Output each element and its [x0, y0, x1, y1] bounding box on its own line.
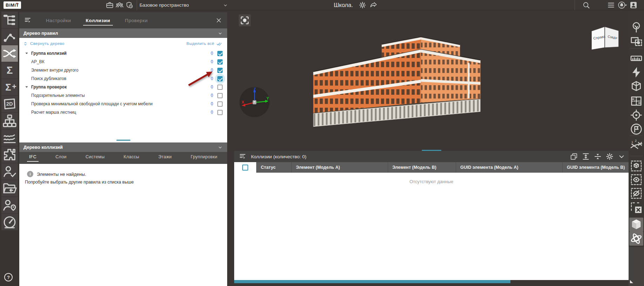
settings-gear-icon[interactable]	[605, 152, 615, 161]
rules-tree-filler	[19, 117, 227, 142]
app-logo[interactable]: BiMiT	[4, 1, 21, 9]
collision-tab-ifc[interactable]: IFC	[27, 152, 39, 162]
duplicate-icon[interactable]	[569, 152, 579, 161]
left-toolbar-charts-icon[interactable]	[1, 129, 18, 146]
rule-row[interactable]: Поиск дубликатов0	[19, 74, 227, 83]
rule-row[interactable]: АР_ВК0	[19, 58, 227, 66]
axis-y-label: Y	[266, 96, 269, 100]
list-icon[interactable]	[606, 1, 616, 9]
notifications-icon[interactable]	[617, 1, 628, 9]
search-icon[interactable]	[582, 1, 591, 9]
svg-text:+: +	[12, 82, 16, 91]
axis-gizmo[interactable]: Z Y X	[239, 86, 270, 118]
rules-tree-header[interactable]: Дерево правил	[19, 28, 227, 38]
briefcase-icon[interactable]	[105, 1, 114, 9]
collision-tab-слои[interactable]: Слои	[53, 152, 69, 161]
right-toolbar-view-cube-icon[interactable]	[629, 218, 643, 232]
viewport-canvas[interactable]: Справа Сзади Z Y X	[227, 10, 629, 286]
shield-clock-icon[interactable]	[125, 1, 134, 9]
rule-checkbox[interactable]	[217, 93, 223, 98]
team-icon[interactable]	[115, 1, 124, 9]
rule-row[interactable]: Элемент внтури другого0	[19, 66, 227, 74]
chevron-down-icon[interactable]	[617, 152, 626, 161]
tab-проверки[interactable]: Проверки	[123, 13, 149, 28]
right-toolbar-axes-clash-icon[interactable]: 12	[629, 139, 643, 153]
left-toolbar-folder-share-icon[interactable]	[1, 180, 18, 197]
rule-row[interactable]: Проверка минимальной свободной площади с…	[19, 100, 227, 108]
collision-tab-группировки[interactable]: Группировки	[189, 152, 219, 161]
tab-настройки[interactable]: Настройки	[45, 13, 73, 28]
expand-vertical-icon[interactable]	[581, 152, 591, 161]
rules-tree-title: Дерево правил	[23, 31, 58, 36]
left-toolbar-sigma-icon[interactable]: Σ	[1, 62, 18, 79]
help-button[interactable]: ?	[4, 273, 13, 281]
profile-icon[interactable]	[629, 1, 638, 9]
panel-resize-handle[interactable]	[116, 140, 130, 141]
rule-checkbox[interactable]	[217, 110, 223, 115]
left-toolbar-user-location-icon[interactable]	[1, 197, 18, 213]
rule-row[interactable]: Группа коллизий0	[19, 49, 227, 58]
right-toolbar-clear-selection-box-icon[interactable]	[629, 201, 643, 215]
panel-menu-icon[interactable]	[23, 16, 33, 25]
rule-checkbox[interactable]	[217, 51, 223, 56]
rules-tree-toolbar: Свернуть дерево Выделить всё	[19, 38, 227, 49]
rule-checkbox[interactable]	[217, 101, 223, 107]
left-toolbar-plugins-icon[interactable]	[1, 146, 18, 163]
workspace-selector[interactable]: Базовое пространство	[140, 0, 228, 10]
left-toolbar-sigma-plus-icon[interactable]: Σ+	[1, 79, 18, 95]
collision-tab-классы[interactable]: Классы	[122, 152, 142, 161]
select-all-checkbox[interactable]	[242, 165, 248, 171]
rule-row[interactable]: Подозрительные элементы0	[19, 91, 227, 100]
resize-grip-icon[interactable]	[630, 280, 633, 283]
rule-label: Поиск дубликатов	[30, 76, 211, 81]
left-toolbar-collisions-icon[interactable]	[1, 45, 18, 62]
right-toolbar-floor-plan-icon[interactable]	[629, 94, 643, 108]
navigation-cube[interactable]: Справа Сзади	[590, 25, 620, 52]
table-body: Отсутствуют данные	[234, 173, 629, 280]
collapse-tree-link[interactable]: Свернуть дерево	[23, 41, 65, 46]
rule-row[interactable]: Расчет марша лестниц0	[19, 108, 227, 117]
panel-tab-bar: НастройкиКоллизииПроверки	[19, 12, 227, 28]
left-toolbar-org-chart-icon[interactable]	[1, 113, 18, 129]
scrollbar-thumb[interactable]	[234, 280, 510, 283]
rule-checkbox[interactable]	[217, 59, 223, 65]
right-toolbar-locate-icon[interactable]	[629, 108, 643, 122]
close-icon[interactable]	[215, 17, 222, 24]
horizontal-scrollbar	[234, 280, 629, 283]
tree-caret-icon[interactable]	[23, 51, 30, 56]
left-toolbar-route-icon[interactable]	[1, 28, 18, 45]
rule-checkbox[interactable]	[217, 68, 223, 73]
right-toolbar-isolate-box-icon[interactable]	[629, 159, 643, 173]
topbar-divider-right	[575, 0, 575, 10]
left-toolbar-sheet-2d-icon[interactable]: 2D	[1, 96, 18, 112]
left-toolbar-model-tree-icon[interactable]	[1, 12, 18, 28]
left-toolbar-gauge-icon[interactable]	[1, 214, 18, 230]
rule-checkbox[interactable]	[217, 76, 223, 81]
rule-row[interactable]: Группа проверок0	[19, 83, 227, 91]
collisions-table-panel: Коллизии (количество: 0) СтатусЭлемент (…	[234, 151, 629, 283]
bottom-panel-resize-handle[interactable]	[422, 150, 441, 151]
tab-коллизии[interactable]: Коллизии	[84, 13, 112, 28]
right-toolbar-flag-icon[interactable]	[629, 122, 643, 136]
column-header: GUID элемента (Модель B)	[563, 162, 628, 173]
right-toolbar-show-box-icon[interactable]	[629, 173, 643, 187]
panel-menu-icon[interactable]	[238, 152, 248, 161]
collisions-tree-header[interactable]: Дерево коллизий	[19, 142, 227, 152]
fit-view-button[interactable]	[239, 14, 251, 26]
right-toolbar-tree-icon[interactable]	[629, 20, 643, 34]
rule-checkbox[interactable]	[217, 85, 223, 90]
tree-caret-icon[interactable]	[23, 84, 30, 90]
right-toolbar-orbit-icon[interactable]	[629, 232, 643, 246]
collision-tab-системы[interactable]: Системы	[83, 152, 107, 161]
right-toolbar-hide-box-icon[interactable]	[629, 186, 643, 200]
share-icon[interactable]	[369, 1, 378, 9]
settings-gear-icon[interactable]	[358, 1, 367, 9]
right-toolbar-flash-icon[interactable]	[629, 65, 643, 79]
align-center-icon[interactable]	[593, 152, 603, 161]
right-toolbar-selection-frames-icon[interactable]	[629, 34, 643, 48]
right-toolbar-ruler-icon[interactable]	[629, 51, 643, 65]
select-all-link[interactable]: Выделить всё	[187, 41, 222, 47]
collision-tab-этажи[interactable]: Этажи	[156, 152, 174, 161]
left-toolbar-user-check-icon[interactable]	[1, 163, 18, 180]
right-toolbar-section-cube-icon[interactable]	[629, 80, 643, 94]
